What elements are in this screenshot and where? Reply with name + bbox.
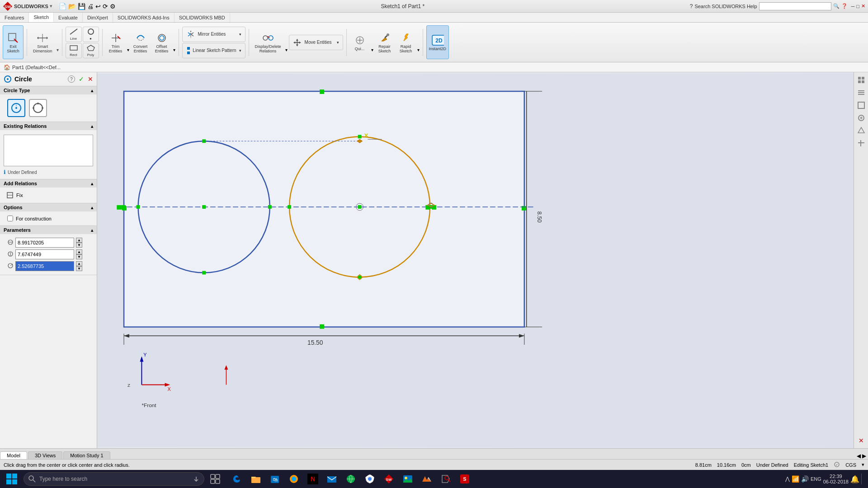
show-desktop-button[interactable] [861,474,863,484]
prev-tab-icon[interactable]: ◀ [857,453,861,459]
polygon-button[interactable]: Poly [83,43,99,58]
help-search-icon[interactable]: 🔍 [833,3,840,9]
offset-entities-button[interactable]: OffsetEntities [152,25,172,59]
save-icon[interactable]: 💾 [78,3,85,10]
line-button[interactable]: Line [66,27,82,42]
help-icon[interactable]: ? [690,3,693,9]
photos-app[interactable] [399,471,417,487]
cancel-button[interactable]: ✕ [88,75,93,83]
menu-solidworks-mbd[interactable]: SOLIDWORKS MBD [175,13,230,22]
chrome-app[interactable] [361,471,379,487]
sketch-canvas-area[interactable]: × 8.50 15.50 [97,72,854,448]
trim-entities-button[interactable]: TrimEntities [106,25,126,59]
maps-app[interactable] [342,471,360,487]
display-delete-relations-button[interactable]: Display/DeleteRelations [252,25,284,59]
question-icon[interactable]: ❓ [841,3,848,9]
center-circle-button[interactable] [7,99,25,117]
store-app[interactable]: 🛍 [266,471,284,487]
right-btn-2[interactable] [855,87,867,99]
right-btn-1[interactable] [855,74,867,86]
param-y-up[interactable]: ▲ [76,249,82,254]
add-relations-header[interactable]: Add Relations [0,179,97,188]
right-btn-4[interactable] [855,112,867,124]
email-app[interactable] [323,471,341,487]
param-r-input[interactable] [15,261,74,271]
firefox-app[interactable] [285,471,303,487]
param-y-down[interactable]: ▼ [76,254,82,259]
help-button[interactable]: ? [68,75,75,83]
solidworks-taskbar[interactable]: SW [380,471,398,487]
menu-solidworks-addins[interactable]: SOLIDWORKS Add-Ins [113,13,175,22]
param-x-down[interactable]: ▼ [76,243,82,248]
repair-sketch-button[interactable]: RepairSketch [375,25,395,59]
param-y-input[interactable] [15,249,74,259]
close-right-icon[interactable]: ✕ [855,435,867,446]
smart-dimension-button[interactable]: SmartDimension [30,25,55,59]
param-r-up[interactable]: ▲ [76,261,82,266]
convert-entities-button[interactable]: ConvertEntities [131,25,151,59]
circle-button[interactable]: ● [83,27,99,42]
taskbar-search[interactable]: Type here to search [24,472,204,486]
volume-icon[interactable]: 🔊 [801,475,809,483]
param-x-up[interactable]: ▲ [76,238,82,243]
dropdown-icon[interactable]: ▾ [50,3,52,9]
fix-relation-item[interactable]: Fix [4,190,93,200]
move-entities-button[interactable]: Move Entities ▾ [289,35,343,50]
menu-sketch[interactable]: Sketch [29,13,54,22]
offset-entities-dropdown[interactable]: ▾ [173,47,175,52]
menu-evaluate[interactable]: Evaluate [54,13,83,22]
next-tab-icon[interactable]: ▶ [862,453,866,459]
menu-features[interactable]: Features [0,13,29,22]
quick-snaps-button[interactable]: Qui... [350,25,370,59]
linear-sketch-pattern-button[interactable]: Linear Sketch Pattern ▾ [182,43,245,58]
linear-dropdown[interactable]: ▾ [239,48,241,53]
perimeter-circle-button[interactable] [29,99,47,117]
instant2d-button[interactable]: 2D Instant2D [426,25,449,59]
mirror-dropdown[interactable]: ▾ [239,32,241,37]
trim-entities-dropdown[interactable]: ▾ [127,47,129,52]
minimize-icon[interactable]: ─ [851,4,855,9]
move-dropdown[interactable]: ▾ [337,40,339,45]
app-extra[interactable]: S [456,471,474,487]
new-icon[interactable]: 📄 [59,3,66,10]
close-icon[interactable]: ✕ [861,3,865,9]
task-view-button[interactable] [206,471,224,487]
model-tab[interactable]: Model [0,451,27,459]
options-header[interactable]: Options [0,203,97,211]
start-button[interactable] [2,471,22,487]
edge-app[interactable] [228,471,246,487]
parameters-header[interactable]: Parameters [0,226,97,234]
param-r-down[interactable]: ▼ [76,266,82,271]
rapid-sketch-dropdown[interactable]: ▾ [417,47,420,52]
circle-type-header[interactable]: Circle Type [0,86,97,94]
right-btn-5[interactable] [855,125,867,136]
network-icon[interactable]: 📶 [792,475,799,483]
rapid-sketch-button[interactable]: RapidSketch [396,25,416,59]
motion-study-tab[interactable]: Motion Study 1 [63,451,110,459]
options-icon[interactable]: ⚙ [110,3,116,10]
menu-dimxpert[interactable]: DimXpert [83,13,113,22]
rebuild-icon[interactable]: ⟳ [103,3,108,10]
mirror-entities-button[interactable]: Mirror Entities ▾ [182,27,245,42]
open-icon[interactable]: 📂 [68,3,76,10]
display-delete-dropdown[interactable]: ▾ [285,47,288,52]
restore-icon[interactable]: □ [856,4,859,9]
param-x-input[interactable] [15,238,74,248]
existing-relations-header[interactable]: Existing Relations [0,122,97,130]
right-btn-6[interactable] [855,137,867,149]
ok-button[interactable]: ✓ [79,75,84,83]
3d-views-tab[interactable]: 3D Views [28,451,62,459]
matlab-app[interactable] [418,471,436,487]
more-options[interactable]: ▾ [862,462,864,468]
quick-snaps-dropdown[interactable]: ▾ [371,47,373,52]
file-explorer-app[interactable] [247,471,265,487]
up-arrow-icon[interactable]: ⋀ [785,476,790,482]
notifications-icon[interactable]: 🔔 [850,475,859,483]
help-search-input[interactable] [759,2,831,10]
right-btn-3[interactable] [855,99,867,111]
snipping-tool-app[interactable] [437,471,455,487]
time-display[interactable]: 22:39 06-02-2018 [823,474,849,484]
rectangle-button[interactable]: Rect [66,43,82,58]
language-indicator[interactable]: ENG [811,476,821,482]
print-icon[interactable]: 🖨 [87,3,94,10]
